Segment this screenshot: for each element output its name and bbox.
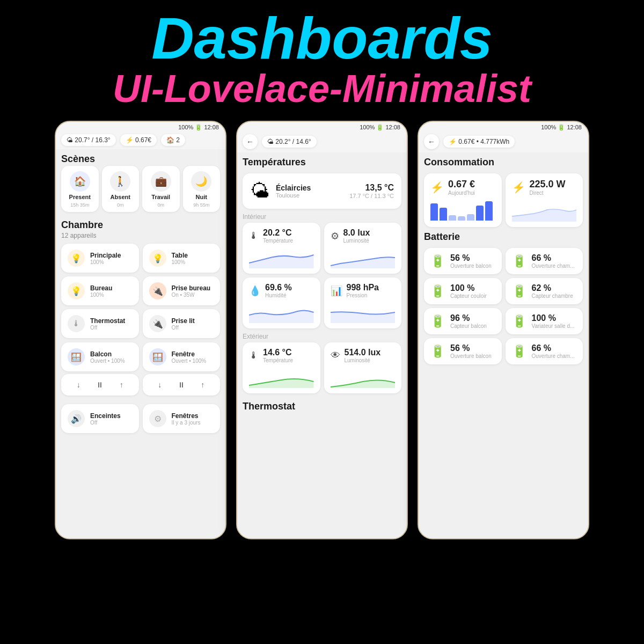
ext-temp-chart xyxy=(249,367,314,388)
ext-lux-chart xyxy=(331,367,396,388)
battery-1[interactable]: 🔋 56 % Ouverture balcon xyxy=(424,248,502,274)
energy-chip-3[interactable]: ⚡ 0.67€ • 4.777kWh xyxy=(443,136,515,148)
conso-direct[interactable]: ⚡ 225.0 W Direct xyxy=(506,173,583,227)
sensor-grid-ext: 🌡 14.6 °C Température xyxy=(243,342,401,393)
device-prise-bureau[interactable]: 🔌 Prise bureau On • 35W xyxy=(143,276,221,305)
sensor-temperature[interactable]: 🌡 20.2 °C Température xyxy=(243,223,320,274)
device-bureau[interactable]: 💡 Bureau 100% xyxy=(61,276,139,305)
scene-time-present: 15h 35m xyxy=(70,202,89,208)
scene-icon-travail: 💼 xyxy=(151,171,171,192)
sensor-ext-luminosite[interactable]: 👁 514.0 lux Luminosité xyxy=(324,342,402,393)
ext-lux-icon: 👁 xyxy=(331,350,340,361)
scene-time-absent: 0m xyxy=(117,202,124,208)
icon-principale: 💡 xyxy=(68,250,85,267)
weather-temp: 13,5 °C xyxy=(349,183,394,193)
ext-temp-icon: 🌡 xyxy=(249,350,259,361)
weather-icon: 🌤 xyxy=(250,180,269,202)
temperatures-title: Températures xyxy=(243,157,401,168)
device-table[interactable]: 💡 Table 100% xyxy=(143,244,221,273)
phones-container: 100% 🔋 12:08 🌤 20.7° / 16.3° ⚡ 0.67€ 🏠 2… xyxy=(0,113,644,539)
weather-chip-1[interactable]: 🌤 20.7° / 16.3° xyxy=(61,134,116,146)
battery-icon-8: 🔋 xyxy=(512,345,526,358)
interieur-label: Intérieur xyxy=(243,213,401,221)
bar-3 xyxy=(449,215,456,221)
battery-icon-1: 🔋 xyxy=(430,254,445,268)
scene-absent[interactable]: 🚶 Absent 0m xyxy=(102,166,140,212)
bar-2 xyxy=(440,208,447,221)
battery-8[interactable]: 🔋 66 % Ouverture cham... xyxy=(506,338,583,364)
bar-7 xyxy=(485,201,493,221)
energy-chip-1[interactable]: ⚡ 0.67€ xyxy=(120,134,157,146)
sensor-pression[interactable]: 📊 998 hPa Pression xyxy=(324,277,402,328)
device-grid-1: 💡 Principale 100% 💡 Table 100% 💡 xyxy=(61,244,220,338)
icon-balcon: 🪟 xyxy=(68,348,85,365)
status-bar-1: 100% 🔋 12:08 xyxy=(56,122,225,132)
scene-icon-absent: 🚶 xyxy=(110,171,130,192)
sensor-grid-int: 🌡 20.2 °C Température xyxy=(243,223,401,328)
weather-chip-2[interactable]: 🌤 20.2° / 14.6° xyxy=(262,136,317,148)
pres-chart xyxy=(331,302,396,323)
status-text-3: 100% 🔋 12:08 xyxy=(541,124,582,131)
balcon-up-btn[interactable]: ↑ xyxy=(115,378,128,391)
direct-chart xyxy=(512,200,577,222)
sensor-humidite[interactable]: 💧 69.6 % Humidité xyxy=(243,277,320,328)
device-enceintes[interactable]: 🔊 Enceintes Off xyxy=(61,404,139,433)
sensor-luminosite[interactable]: ⚙ 8.0 lux Luminosité xyxy=(324,223,402,274)
fenetre-up-btn[interactable]: ↑ xyxy=(196,378,209,391)
balcon-down-btn[interactable]: ↓ xyxy=(72,378,85,391)
battery-grid: 🔋 56 % Ouverture balcon 🔋 66 % Ouverture… xyxy=(424,248,583,364)
device-thermostat[interactable]: 🌡 Thermostat Off xyxy=(61,309,139,338)
battery-icon-6: 🔋 xyxy=(512,314,526,328)
scene-label-present: Present xyxy=(69,194,91,200)
back-btn-3[interactable]: ← xyxy=(424,134,439,149)
battery-icon-4: 🔋 xyxy=(512,284,526,298)
weather-place: Éclaircies xyxy=(276,184,343,192)
battery-2[interactable]: 🔋 66 % Ouverture cham... xyxy=(506,248,583,274)
thermostat-title: Thermostat xyxy=(243,401,401,412)
scene-travail[interactable]: 💼 Travail 0m xyxy=(142,166,180,212)
top-bar-3: ← ⚡ 0.67€ • 4.777kWh xyxy=(419,132,588,152)
device-fenetres[interactable]: ⚙ Fenêtres Il y a 3 jours xyxy=(143,404,221,433)
conso-today[interactable]: ⚡ 0.67 € Aujourd'hui xyxy=(424,173,502,227)
battery-3[interactable]: 🔋 100 % Capteur couloir xyxy=(424,278,502,304)
scene-icon-present: 🏠 xyxy=(70,171,90,192)
battery-icon-3: 🔋 xyxy=(430,284,445,298)
temp-icon: 🌡 xyxy=(249,230,259,241)
weather-sub: Toulouse xyxy=(276,192,343,199)
scene-present[interactable]: 🏠 Present 15h 35m xyxy=(61,166,99,212)
pres-icon: 📊 xyxy=(331,285,342,297)
device-fenetre[interactable]: 🪟 Fenêtre Ouvert • 100% xyxy=(143,342,221,371)
device-balcon[interactable]: 🪟 Balcon Ouvert • 100% xyxy=(61,342,139,371)
exterieur-label: Extérieur xyxy=(243,333,401,340)
device-grid-bottom: 🔊 Enceintes Off ⚙ Fenêtres Il y a 3 jour… xyxy=(61,404,220,433)
lux-icon: ⚙ xyxy=(331,230,339,242)
battery-7[interactable]: 🔋 56 % Ouverture balcon xyxy=(424,338,502,364)
icon-prise-lit: 🔌 xyxy=(149,315,166,332)
scene-nuit[interactable]: 🌙 Nuit 9h 55m xyxy=(183,166,221,212)
icon-prise-bureau: 🔌 xyxy=(149,282,166,299)
scenes-title: Scènes xyxy=(61,153,220,165)
alerts-chip-1[interactable]: 🏠 2 xyxy=(161,134,185,146)
batterie-title: Batterie xyxy=(424,231,583,243)
battery-4[interactable]: 🔋 62 % Capteur chambre xyxy=(506,278,583,304)
status-bar-3: 100% 🔋 12:08 xyxy=(419,122,588,132)
temp-chart xyxy=(249,247,314,268)
fenetre-pause-btn[interactable]: ⏸ xyxy=(175,378,188,391)
device-prise-lit[interactable]: 🔌 Prise lit Off xyxy=(143,309,221,338)
battery-6[interactable]: 🔋 100 % Variateur salle d... xyxy=(506,308,583,334)
device-principale[interactable]: 💡 Principale 100% xyxy=(61,244,139,273)
fenetre-down-btn[interactable]: ↓ xyxy=(153,378,166,391)
sensor-ext-temperature[interactable]: 🌡 14.6 °C Température xyxy=(243,342,320,393)
phone-3-content: Consommation ⚡ 0.67 € Aujourd'hui xyxy=(419,152,588,538)
weather-temp-sub: 17.7 °C / 11.3 °C xyxy=(349,193,394,199)
balcon-pause-btn[interactable]: ⏸ xyxy=(93,378,106,391)
weather-card[interactable]: 🌤 Éclaircies Toulouse 13,5 °C 17.7 °C / … xyxy=(243,173,401,209)
back-btn-2[interactable]: ← xyxy=(243,134,258,149)
phone-2-content: Températures 🌤 Éclaircies Toulouse 13,5 … xyxy=(237,152,407,538)
top-bar-2: ← 🌤 20.2° / 14.6° xyxy=(237,132,407,152)
lux-chart xyxy=(331,247,396,268)
conso-grid: ⚡ 0.67 € Aujourd'hui xyxy=(424,173,583,227)
battery-5[interactable]: 🔋 96 % Capteur balcon xyxy=(424,308,502,334)
battery-icon-7: 🔋 xyxy=(430,345,445,358)
icon-table: 💡 xyxy=(149,250,166,267)
